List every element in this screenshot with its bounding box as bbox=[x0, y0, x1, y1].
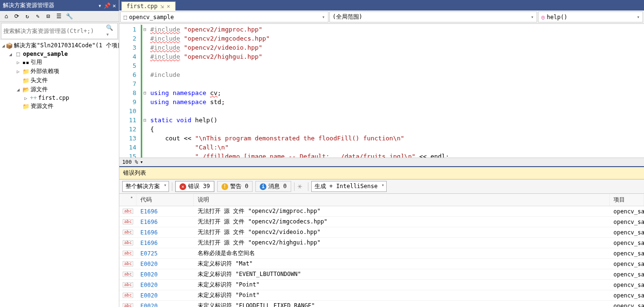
error-proj: opencv_sa bbox=[610, 270, 644, 279]
abc-icon: abc bbox=[123, 272, 133, 277]
expand-icon[interactable]: ◢ bbox=[2, 43, 5, 48]
error-desc: 无法打开 源 文件 "opencv2/imgproc.hpp" bbox=[194, 206, 610, 216]
abc-icon: abc bbox=[123, 251, 133, 256]
function-crumb-label: help() bbox=[547, 14, 567, 21]
expand-icon[interactable]: ▷ bbox=[23, 95, 29, 101]
error-row[interactable]: abcE0020未定义标识符 "Point"opencv_sa bbox=[119, 290, 644, 301]
expand-icon[interactable]: ◢ bbox=[8, 52, 13, 57]
error-row[interactable]: abcE1696无法打开 源 文件 "opencv2/videoio.hpp"o… bbox=[119, 227, 644, 238]
error-code: E0020 bbox=[137, 291, 194, 300]
headers-label: 头文件 bbox=[31, 76, 48, 85]
editor-area: first.cpp ⇲ ✕ ⬚ opencv_sample ▾ (全局范围) ▾… bbox=[119, 0, 644, 307]
references-node[interactable]: ▷ ▪▪ 引用 bbox=[0, 58, 119, 67]
close-icon[interactable]: ✕ bbox=[113, 2, 116, 9]
project-node[interactable]: ◢ ⬚ opencv_sample bbox=[0, 50, 119, 58]
pin-tab-icon[interactable]: ⇲ bbox=[160, 3, 164, 10]
error-list-toolbar: 整个解决方案 ✕ 错误 39 ! 警告 0 i 消息 0 ⚹ 生成 + Inte… bbox=[119, 180, 644, 194]
solution-tree: ◢ 📦 解决方案"Sln20170314Code"(1 个项目 ◢ ⬚ open… bbox=[0, 40, 119, 307]
proj-column-header[interactable]: 项目 bbox=[610, 194, 644, 206]
error-list-title: 错误列表 bbox=[119, 167, 644, 180]
dropdown-icon: ▾ bbox=[322, 14, 325, 20]
abc-icon: abc bbox=[123, 303, 133, 307]
error-icon: ✕ bbox=[179, 183, 186, 190]
error-desc: 未定义标识符 "Point" bbox=[194, 290, 610, 300]
project-dropdown[interactable]: ⬚ opencv_sample ▾ bbox=[120, 11, 328, 22]
sync-icon[interactable]: ⟳ bbox=[12, 12, 21, 21]
source-dropdown[interactable]: 生成 + IntelliSense bbox=[311, 181, 387, 192]
file-firstcpp[interactable]: ▷ ++ first.cpp bbox=[0, 94, 119, 102]
tab-firstcpp[interactable]: first.cpp ⇲ ✕ bbox=[121, 1, 176, 11]
errors-count: 错误 39 bbox=[188, 182, 210, 191]
filter-icon[interactable]: ⚹ bbox=[297, 183, 305, 191]
solution-explorer-title-text: 解决方案资源管理器 bbox=[3, 1, 54, 10]
zoom-dropdown-icon[interactable]: ▾ bbox=[140, 159, 143, 165]
scope-label: 整个解决方案 bbox=[126, 183, 160, 190]
messages-count: 消息 0 bbox=[268, 182, 286, 191]
expand-icon[interactable]: ▷ bbox=[15, 69, 21, 74]
error-list-panel: 错误列表 整个解决方案 ✕ 错误 39 ! 警告 0 i 消息 0 ⚹ bbox=[119, 166, 644, 307]
error-row[interactable]: abcE0020未定义标识符 "Mat"opencv_sa bbox=[119, 259, 644, 269]
desc-column-header[interactable]: 说明 bbox=[194, 194, 610, 206]
headers-node[interactable]: 📁 头文件 bbox=[0, 76, 119, 85]
error-row[interactable]: abcE0020未定义标识符 "FLOODFILL_FIXED_RANGE"op… bbox=[119, 301, 644, 307]
external-deps-label: 外部依赖项 bbox=[31, 67, 59, 75]
external-deps-node[interactable]: ▷ 📁 外部依赖项 bbox=[0, 67, 119, 76]
solution-search[interactable]: 🔍▾ bbox=[1, 23, 118, 39]
brush-icon[interactable]: ✎ bbox=[33, 12, 42, 21]
resources-label: 资源文件 bbox=[31, 102, 53, 110]
errors-button[interactable]: ✕ 错误 39 bbox=[175, 181, 214, 192]
icon-column-header[interactable]: ᵃ bbox=[119, 194, 137, 206]
scope-dropdown[interactable]: 整个解决方案 bbox=[122, 181, 169, 192]
resources-node[interactable]: 📁 资源文件 bbox=[0, 102, 119, 111]
error-row[interactable]: abcE1696无法打开 源 文件 "opencv2/imgcodecs.hpp… bbox=[119, 217, 644, 227]
search-dropdown-icon[interactable]: 🔍▾ bbox=[106, 24, 116, 38]
close-tab-icon[interactable]: ✕ bbox=[167, 3, 170, 10]
props-icon[interactable]: ☰ bbox=[54, 12, 63, 21]
warnings-count: 警告 0 bbox=[230, 182, 248, 191]
cpp-file-icon: ++ bbox=[30, 95, 37, 101]
error-row[interactable]: abcE0020未定义标识符 "EVENT_LBUTTONDOWN"opencv… bbox=[119, 269, 644, 280]
folder-icon: 📂 bbox=[22, 86, 30, 93]
error-row[interactable]: abcE1696无法打开 源 文件 "opencv2/highgui.hpp"o… bbox=[119, 238, 644, 248]
refresh-icon[interactable]: ↻ bbox=[23, 12, 32, 21]
error-desc: 无法打开 源 文件 "opencv2/highgui.hpp" bbox=[194, 238, 610, 248]
error-row[interactable]: abcE0020未定义标识符 "Point"opencv_sa bbox=[119, 280, 644, 290]
error-desc: 无法打开 源 文件 "opencv2/videoio.hpp" bbox=[194, 227, 610, 237]
project-icon: ⬚ bbox=[124, 14, 127, 21]
error-code: E1696 bbox=[137, 239, 194, 247]
sources-node[interactable]: ◢ 📂 源文件 bbox=[0, 85, 119, 94]
error-desc: 未定义标识符 "EVENT_LBUTTONDOWN" bbox=[194, 269, 610, 279]
abc-icon: abc bbox=[123, 261, 133, 266]
solution-explorer-title: 解决方案资源管理器 ▾ 📌 ✕ bbox=[0, 0, 119, 11]
solution-root[interactable]: ◢ 📦 解决方案"Sln20170314Code"(1 个项目 bbox=[0, 41, 119, 50]
solution-label: 解决方案"Sln20170314Code"(1 个项目 bbox=[14, 42, 119, 50]
scope-dropdown[interactable]: (全局范围) ▾ bbox=[329, 11, 538, 22]
home-icon[interactable]: ⌂ bbox=[2, 12, 11, 21]
messages-button[interactable]: i 消息 0 bbox=[255, 181, 291, 192]
expand-icon[interactable]: ◢ bbox=[15, 87, 21, 92]
error-code: E0020 bbox=[137, 302, 194, 307]
error-desc: 未定义标识符 "Mat" bbox=[194, 259, 610, 269]
error-code: E0020 bbox=[137, 260, 194, 268]
error-proj: opencv_sa bbox=[610, 228, 644, 237]
error-proj: opencv_sa bbox=[610, 239, 644, 247]
error-desc: 名称必须是命名空间名 bbox=[194, 248, 610, 258]
error-row[interactable]: abcE1696无法打开 源 文件 "opencv2/imgproc.hpp"o… bbox=[119, 206, 644, 217]
function-dropdown[interactable]: ◎ help() ▾ bbox=[538, 11, 643, 22]
dropdown-icon[interactable]: ▾ bbox=[98, 2, 102, 9]
zoom-label: 100 % bbox=[122, 159, 138, 165]
error-row[interactable]: abcE0725名称必须是命名空间名opencv_sa bbox=[119, 248, 644, 259]
error-desc: 未定义标识符 "Point" bbox=[194, 280, 610, 290]
pin-icon[interactable]: 📌 bbox=[104, 2, 111, 9]
project-icon: ⬚ bbox=[14, 51, 22, 57]
code-column-header[interactable]: 代码 bbox=[137, 194, 194, 206]
folder-icon: 📁 bbox=[22, 77, 30, 84]
wrench-icon[interactable]: 🔧 bbox=[65, 12, 74, 21]
abc-icon: abc bbox=[123, 230, 133, 235]
code-content[interactable]: ⊟#include "opencv2/imgproc.hpp"#include … bbox=[141, 24, 644, 158]
code-editor[interactable]: 123456789101112131415 ⊟#include "opencv2… bbox=[119, 24, 644, 158]
collapse-icon[interactable]: ⊟ bbox=[44, 12, 53, 21]
solution-search-input[interactable] bbox=[3, 28, 106, 34]
warnings-button[interactable]: ! 警告 0 bbox=[217, 181, 253, 192]
expand-icon[interactable]: ▷ bbox=[15, 60, 21, 65]
